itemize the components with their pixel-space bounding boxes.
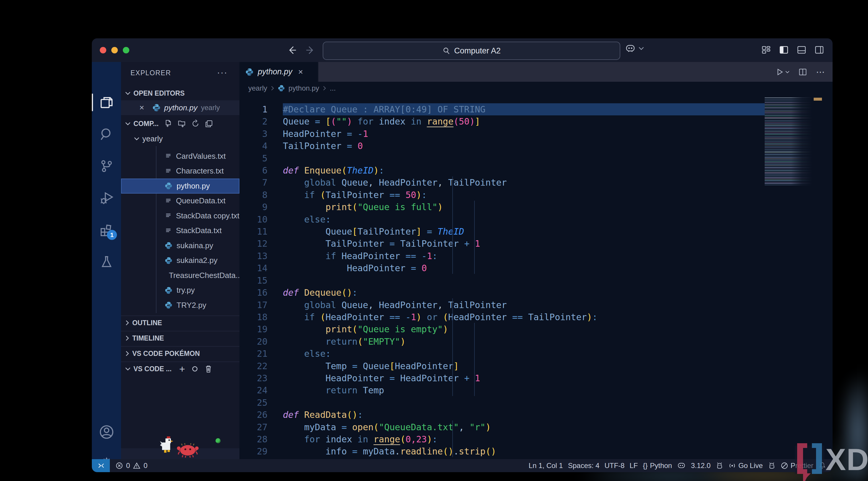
sidebar-item-source-control[interactable] (92, 154, 121, 178)
code-line-7[interactable]: 7 global Queue, HeadPointer, TailPointer (240, 177, 765, 189)
code-line-15[interactable]: 15 (240, 275, 765, 287)
toggle-secondary-sidebar-icon[interactable] (814, 45, 824, 55)
pet-crab-sprite[interactable] (176, 443, 199, 458)
new-folder-icon[interactable] (178, 119, 186, 128)
code-line-22[interactable]: 22 Temp = Queue[HeadPointer] (240, 360, 765, 372)
file-row-try2-py[interactable]: TRY2.py (121, 298, 240, 313)
run-python-button[interactable] (775, 68, 789, 76)
remote-indicator[interactable] (92, 459, 110, 472)
timeline-section-header[interactable]: TIMELINE (121, 331, 240, 345)
pet-status-icon-2[interactable] (768, 462, 776, 470)
language-mode[interactable]: {} Python (643, 461, 672, 470)
add-pet-icon[interactable]: + (179, 363, 185, 375)
file-row-characters-txt[interactable]: Characters.txt (121, 164, 240, 179)
code-editor[interactable]: 1#Declare Queue : ARRAY[0:49] OF STRING2… (240, 94, 765, 458)
tab-close-icon[interactable]: × (298, 67, 303, 77)
close-editor-icon[interactable]: × (140, 103, 144, 113)
editor-more-actions[interactable]: ⋯ (816, 67, 825, 77)
minimap[interactable] (765, 97, 812, 185)
code-line-19[interactable]: 19 print("Queue is empty") (240, 323, 765, 335)
open-editor-item[interactable]: × python.py yearly (121, 100, 240, 115)
sidebar-item-search[interactable] (92, 123, 121, 146)
code-line-17[interactable]: 17 global Queue, HeadPointer, TailPointe… (240, 299, 765, 311)
forward-arrow-icon[interactable] (305, 45, 316, 56)
split-editor-icon[interactable] (798, 68, 807, 76)
code-line-27[interactable]: 27 myData = open("QueueData.txt", "r") (240, 421, 765, 433)
code-line-12[interactable]: 12 TailPointer = TailPointer + 1 (240, 237, 765, 250)
command-center-search[interactable]: Computer A2 (323, 42, 620, 60)
python-interpreter[interactable]: 3.12.0 (691, 461, 711, 470)
code-line-6[interactable]: 6def Enqueue(TheID): (240, 164, 765, 177)
copilot-status-icon[interactable] (677, 462, 686, 470)
code-line-10[interactable]: 10 else: (240, 213, 765, 225)
breadcrumb-folder[interactable]: yearly (248, 84, 267, 92)
code-line-16[interactable]: 16def Dequeue(): (240, 287, 765, 299)
file-row-sukaina-py[interactable]: sukaina.py (121, 238, 240, 253)
zoom-traffic-light[interactable] (123, 47, 129, 54)
go-live-button[interactable]: Go Live (728, 461, 763, 470)
folder-row-yearly[interactable]: yearly (121, 131, 240, 146)
code-line-23[interactable]: 23 HeadPointer = HeadPointer + 1 (240, 372, 765, 384)
code-line-1[interactable]: 1#Declare Queue : ARRAY[0:49] OF STRING (240, 103, 765, 116)
collapse-folders-icon[interactable] (205, 119, 213, 128)
explorer-more-actions[interactable]: ··· (217, 67, 228, 77)
accounts-button[interactable] (92, 420, 121, 444)
outline-section-header[interactable]: OUTLINE (121, 316, 240, 330)
code-line-24[interactable]: 24 return Temp (240, 384, 765, 396)
indentation-status[interactable]: Spaces: 4 (568, 461, 600, 470)
file-row-queuedata-txt[interactable]: QueueData.txt (121, 194, 240, 209)
file-row-sukaina2-py[interactable]: sukaina2.py (121, 253, 240, 268)
code-line-3[interactable]: 3HeadPointer = -1 (240, 128, 765, 140)
code-line-9[interactable]: 9 print("Queue is full") (240, 201, 765, 213)
code-line-13[interactable]: 13 if HeadPointer == -1: (240, 250, 765, 262)
back-arrow-icon[interactable] (287, 45, 297, 56)
encoding-status[interactable]: UTF-8 (604, 461, 624, 470)
code-line-14[interactable]: 14 HeadPointer = 0 (240, 262, 765, 274)
code-line-28[interactable]: 28 for index in range(0,23): (240, 433, 765, 445)
file-row-cardvalues-txt[interactable]: CardValues.txt (121, 149, 240, 164)
code-line-18[interactable]: 18 if (HeadPointer == -1) or (HeadPointe… (240, 311, 765, 323)
minimize-traffic-light[interactable] (111, 47, 118, 54)
toggle-primary-sidebar-icon[interactable] (779, 45, 789, 55)
breadcrumb-file[interactable]: python.py (288, 84, 319, 92)
file-row-stackdata-copy-txt[interactable]: StackData copy.txt (121, 209, 240, 223)
workspace-section-header[interactable]: COMP... (121, 117, 240, 131)
breadcrumb-symbol[interactable]: ... (330, 84, 336, 92)
code-line-11[interactable]: 11 Queue[TailPointer] = TheID (240, 225, 765, 237)
tab-python-py[interactable]: python.py × (240, 62, 318, 82)
problems-status[interactable]: 0 0 (116, 459, 148, 472)
sidebar-item-testing[interactable] (92, 250, 121, 274)
close-traffic-light[interactable] (100, 47, 106, 54)
sidebar-item-explorer[interactable] (92, 91, 121, 114)
code-line-20[interactable]: 20 return("EMPTY") (240, 335, 765, 348)
code-line-5[interactable]: 5 (240, 152, 765, 164)
sidebar-item-run-debug[interactable] (92, 186, 121, 210)
file-row-stackdata-txt[interactable]: StackData.txt (121, 223, 240, 238)
file-row-treasurechestdata-[interactable]: TreasureChestData... (121, 268, 240, 283)
code-line-2[interactable]: 2Queue = [("") for index in range(50)] (240, 116, 765, 127)
code-line-8[interactable]: 8 if (TailPointer == 50): (240, 189, 765, 201)
eol-status[interactable]: LF (629, 461, 638, 470)
toggle-panel-icon[interactable] (797, 45, 807, 55)
pokemon-section-header[interactable]: VS CODE POKÉMON (121, 346, 240, 360)
breadcrumb[interactable]: yearly python.py ... (240, 82, 833, 94)
copilot-menu[interactable] (625, 44, 644, 53)
pet-ball-sprite[interactable] (216, 438, 221, 443)
code-line-26[interactable]: 26def ReadData(): (240, 409, 765, 421)
file-row-python-py[interactable]: python.py (121, 179, 240, 194)
code-line-4[interactable]: 4TailPointer = 0 (240, 140, 765, 152)
customize-layout-icon[interactable] (761, 45, 771, 55)
code-line-25[interactable]: 25 (240, 396, 765, 409)
pet-chicken-sprite[interactable] (160, 436, 174, 456)
new-file-icon[interactable] (164, 119, 173, 128)
pets-section-header[interactable]: VS CODE ... + (121, 361, 240, 376)
code-line-29[interactable]: 29 info = myData.readline().strip() (240, 445, 765, 457)
sidebar-item-extensions[interactable]: 1 (92, 218, 121, 242)
ball-icon[interactable] (192, 365, 198, 372)
open-editors-header[interactable]: OPEN EDITORS (121, 86, 240, 100)
trash-icon[interactable] (205, 365, 212, 373)
code-line-21[interactable]: 21 else: (240, 348, 765, 360)
pet-status-icon[interactable] (716, 462, 723, 470)
refresh-icon[interactable] (191, 119, 200, 128)
file-row-try-py[interactable]: try.py (121, 283, 240, 298)
